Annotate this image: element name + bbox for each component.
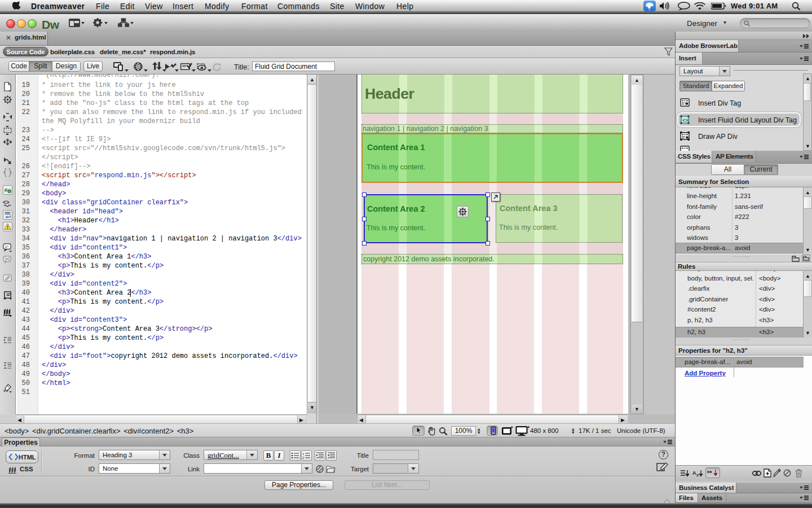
svg-text:2: 2 <box>302 456 304 459</box>
svg-text:<>: <> <box>682 117 689 123</box>
svg-text:1: 1 <box>302 452 304 456</box>
svg-text:<>: <> <box>3 199 10 205</box>
svg-text:<>: <> <box>3 388 8 393</box>
svg-text:*: * <box>528 426 530 431</box>
svg-text:A: A <box>692 470 696 476</box>
svg-text:z: z <box>696 472 699 478</box>
svg-text:**: ** <box>707 470 712 476</box>
svg-text:#: # <box>5 187 8 193</box>
svg-text:*: * <box>511 426 513 431</box>
